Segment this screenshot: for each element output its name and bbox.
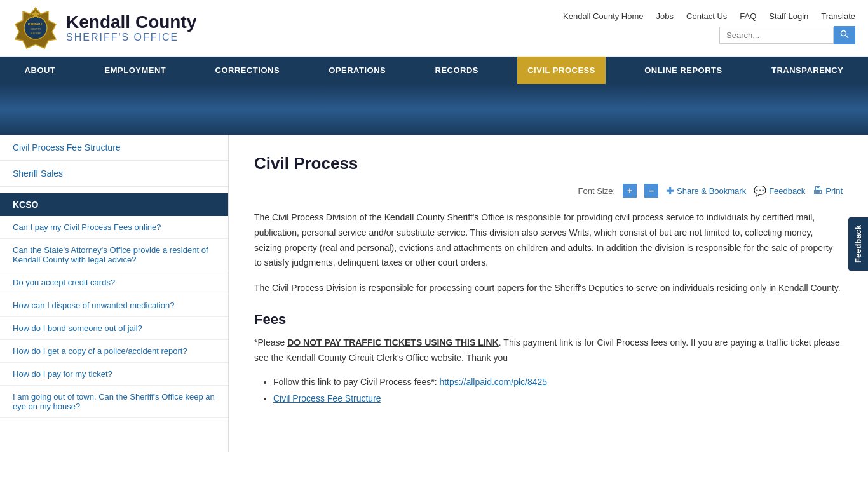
top-link-translate[interactable]: Translate <box>821 11 855 21</box>
faq-link-6[interactable]: How do I get a copy of a police/accident… <box>0 340 228 363</box>
faq-link-7[interactable]: How do I pay for my ticket? <box>0 363 228 386</box>
org-name: Kendall County <box>66 13 196 32</box>
fee-structure-link[interactable]: Civil Process Fee Structure <box>273 393 381 403</box>
nav-transparency[interactable]: TRANSPARENCY <box>761 57 853 84</box>
nav-online-reports[interactable]: ONLINE REPORTS <box>634 57 733 84</box>
org-subtitle: SHERIFF'S OFFICE <box>66 32 196 43</box>
font-toolbar: Font Size: + – ✚ Share & Bookmark 💬 Feed… <box>254 184 843 198</box>
nav-employment[interactable]: EMPLOYMENT <box>95 57 177 84</box>
font-decrease-button[interactable]: – <box>644 184 658 198</box>
page-layout: Civil Process Fee Structure Sheriff Sale… <box>0 135 868 452</box>
top-links: Kendall County Home Jobs Contact Us FAQ … <box>563 11 855 21</box>
sheriff-badge-icon: KENDALL COUNTY SHERIFF <box>13 5 58 51</box>
fee-list-item-2: Civil Process Fee Structure <box>273 390 843 407</box>
feedback-tab[interactable]: Feedback <box>848 217 868 271</box>
fee-note: *Please DO NOT PAY TRAFFIC TICKETS USING… <box>254 336 843 366</box>
feedback-icon: 💬 <box>754 185 766 197</box>
svg-text:KENDALL: KENDALL <box>28 22 43 26</box>
share-bookmark-link[interactable]: ✚ Share & Bookmark <box>666 185 746 197</box>
fee-warning-text: DO NOT PAY TRAFFIC TICKETS USING THIS LI… <box>287 337 499 348</box>
sidebar: Civil Process Fee Structure Sheriff Sale… <box>0 135 229 452</box>
svg-point-6 <box>841 31 846 36</box>
share-icon: ✚ <box>666 185 674 197</box>
top-link-faq[interactable]: FAQ <box>740 11 756 21</box>
font-size-label: Font Size: <box>578 186 616 196</box>
faq-link-2[interactable]: Can the State's Attorney's Office provid… <box>0 239 228 271</box>
faq-link-1[interactable]: Can I pay my Civil Process Fees online? <box>0 216 228 239</box>
feedback-link[interactable]: 💬 Feedback <box>754 185 805 197</box>
svg-text:SHERIFF: SHERIFF <box>30 32 41 35</box>
main-nav: ABOUT EMPLOYMENT CORRECTIONS OPERATIONS … <box>0 57 868 84</box>
faq-link-8[interactable]: I am going out of town. Can the Sheriff'… <box>0 386 228 418</box>
search-bar <box>719 26 855 44</box>
top-link-home[interactable]: Kendall County Home <box>563 11 643 21</box>
page-banner <box>0 84 868 135</box>
nav-civil-process[interactable]: CIVIL PROCESS <box>517 57 606 84</box>
fee-list: Follow this link to pay Civil Process fe… <box>273 374 843 407</box>
sidebar-link-fee-structure[interactable]: Civil Process Fee Structure <box>0 135 228 161</box>
svg-line-7 <box>846 36 848 38</box>
main-content: Civil Process Font Size: + – ✚ Share & B… <box>229 135 868 452</box>
top-link-contact[interactable]: Contact Us <box>686 11 727 21</box>
faq-section: Can I pay my Civil Process Fees online? … <box>0 216 228 418</box>
search-button[interactable] <box>834 26 855 44</box>
print-icon: 🖶 <box>813 185 823 196</box>
content-paragraph-2: The Civil Process Division is responsibl… <box>254 281 843 296</box>
content-paragraph-1: The Civil Process Division of the Kendal… <box>254 210 843 271</box>
faq-link-3[interactable]: Do you accept credit cards? <box>0 271 228 294</box>
allpaid-link[interactable]: https://allpaid.com/plc/8425 <box>439 377 547 387</box>
kcso-header: KCSO <box>0 193 228 216</box>
nav-records[interactable]: RECORDS <box>425 57 489 84</box>
svg-text:COUNTY: COUNTY <box>31 27 41 30</box>
top-nav: Kendall County Home Jobs Contact Us FAQ … <box>563 11 855 44</box>
nav-operations[interactable]: OPERATIONS <box>318 57 396 84</box>
search-input[interactable] <box>719 27 834 44</box>
page-title: Civil Process <box>254 154 843 173</box>
font-increase-button[interactable]: + <box>623 184 637 198</box>
nav-corrections[interactable]: CORRECTIONS <box>205 57 290 84</box>
faq-link-4[interactable]: How can I dispose of unwanted medication… <box>0 294 228 317</box>
top-link-staff[interactable]: Staff Login <box>769 11 808 21</box>
logo-area: KENDALL COUNTY SHERIFF Kendall County SH… <box>13 5 196 51</box>
fees-section-title: Fees <box>254 311 843 328</box>
nav-about[interactable]: ABOUT <box>15 57 66 84</box>
print-link[interactable]: 🖶 Print <box>813 185 843 196</box>
search-icon <box>840 30 849 39</box>
sidebar-link-sheriff-sales[interactable]: Sheriff Sales <box>0 161 228 187</box>
logo-text: Kendall County SHERIFF'S OFFICE <box>66 13 196 44</box>
faq-link-5[interactable]: How do I bond someone out of jail? <box>0 317 228 340</box>
fee-list-item-1: Follow this link to pay Civil Process fe… <box>273 374 843 391</box>
header: KENDALL COUNTY SHERIFF Kendall County SH… <box>0 0 868 57</box>
top-link-jobs[interactable]: Jobs <box>656 11 674 21</box>
